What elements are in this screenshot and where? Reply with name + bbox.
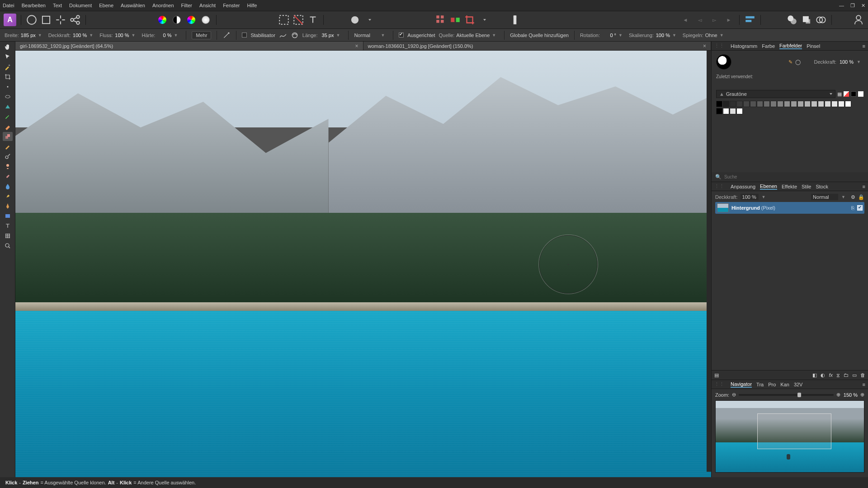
menu-hilfe[interactable]: Hilfe bbox=[247, 3, 257, 8]
lock-icon[interactable]: 🔒 bbox=[858, 194, 864, 200]
arrange-forward-icon[interactable]: ▻ bbox=[708, 14, 720, 26]
maximize-button[interactable]: ❐ bbox=[850, 3, 855, 9]
menu-anordnen[interactable]: Anordnen bbox=[152, 3, 174, 8]
menu-fenster[interactable]: Fenster bbox=[223, 3, 240, 8]
subtract-shape-icon[interactable] bbox=[801, 14, 812, 26]
menu-dokument[interactable]: Dokument bbox=[69, 3, 92, 8]
swatch-grid-icon[interactable]: ▦ bbox=[837, 91, 842, 97]
tab-stock[interactable]: Stock bbox=[816, 184, 828, 189]
tab-navigator[interactable]: Navigator bbox=[731, 381, 752, 388]
palette-selector[interactable]: ▲ Grautöne bbox=[716, 90, 835, 98]
erase-brush-tool[interactable] bbox=[3, 122, 13, 131]
add-swatch-icon[interactable] bbox=[844, 91, 849, 97]
assistant-icon[interactable] bbox=[509, 14, 521, 26]
split-icon[interactable] bbox=[449, 14, 461, 26]
document-tab-2[interactable]: woman-1836601_1920.jpg [Geändert] (150.0… bbox=[363, 42, 712, 50]
dodge-tool[interactable] bbox=[3, 152, 13, 161]
persona-export-icon[interactable] bbox=[69, 14, 81, 26]
tab-stile[interactable]: Stile bbox=[802, 184, 811, 189]
gear-icon[interactable]: ⚙ bbox=[851, 194, 855, 200]
more-button[interactable]: Mehr bbox=[192, 31, 211, 39]
zoom-tool[interactable] bbox=[3, 241, 13, 250]
mirror-value[interactable]: Ohne bbox=[705, 33, 717, 38]
navigator-thumbnail[interactable] bbox=[715, 400, 864, 473]
swatch-cell[interactable] bbox=[743, 101, 750, 107]
menu-text[interactable]: Text bbox=[53, 3, 62, 8]
document-tab-1[interactable]: girl-1869532_1920.jpg [Geändert] (64.5%)… bbox=[15, 42, 363, 50]
minimize-button[interactable]: — bbox=[839, 3, 844, 9]
move-tool[interactable] bbox=[3, 52, 13, 61]
add-shape-icon[interactable] bbox=[786, 14, 798, 26]
rope-mode-icon[interactable] bbox=[279, 31, 287, 39]
layer-opacity-value[interactable]: 100 % bbox=[741, 194, 759, 200]
intersect-shape-icon[interactable] bbox=[815, 14, 827, 26]
swatch-cell[interactable] bbox=[736, 101, 743, 107]
quick-mask-dd[interactable] bbox=[363, 14, 375, 26]
panel-menu-icon[interactable]: ≡ bbox=[863, 382, 865, 387]
color-picker-tool[interactable] bbox=[3, 62, 13, 71]
mask-layer-icon[interactable]: ◧ bbox=[812, 372, 817, 378]
swatch-cell[interactable] bbox=[723, 108, 729, 114]
swatch-opacity-value[interactable]: 100 % bbox=[839, 59, 854, 65]
tab-2-close-icon[interactable]: × bbox=[703, 43, 706, 49]
persona-liquify-icon[interactable] bbox=[40, 14, 52, 26]
text-tool[interactable] bbox=[3, 221, 13, 230]
lens-adjust-icon[interactable] bbox=[200, 14, 212, 26]
swatch-cell[interactable] bbox=[723, 101, 729, 107]
menu-filter[interactable]: Filter bbox=[181, 3, 192, 8]
canvas-viewport[interactable] bbox=[15, 51, 711, 477]
length-value[interactable]: 35 px bbox=[319, 33, 334, 38]
menu-ebene[interactable]: Ebene bbox=[99, 3, 113, 8]
healing-tool[interactable] bbox=[3, 172, 13, 181]
hardness-value[interactable]: 0 % bbox=[157, 33, 171, 38]
hsl-adjust-icon[interactable] bbox=[185, 14, 197, 26]
aligned-checkbox[interactable] bbox=[399, 33, 404, 38]
source-value[interactable]: Aktuelle Ebene bbox=[456, 33, 490, 38]
swatch-cell[interactable] bbox=[730, 108, 736, 114]
tab-effekte[interactable]: Effekte bbox=[782, 184, 797, 189]
paint-brush-tool[interactable] bbox=[3, 112, 13, 121]
swatch-cell[interactable] bbox=[757, 101, 763, 107]
clone-brush-tool[interactable] bbox=[3, 132, 13, 141]
zoom-value[interactable]: 150 % bbox=[843, 392, 858, 398]
selection-new-icon[interactable] bbox=[278, 14, 290, 26]
swatch-white-icon[interactable] bbox=[858, 91, 863, 97]
swatch-cell[interactable] bbox=[736, 108, 743, 114]
grid-icon[interactable] bbox=[435, 14, 447, 26]
add-layer-icon[interactable]: ▭ bbox=[852, 372, 857, 378]
tab-protokoll[interactable]: Pro bbox=[768, 382, 776, 387]
window-mode-icon[interactable] bbox=[291, 31, 299, 39]
quick-mask-icon[interactable] bbox=[349, 14, 361, 26]
swatch-cell[interactable] bbox=[811, 101, 817, 107]
persona-photo-icon[interactable] bbox=[26, 14, 38, 26]
menu-bearbeiten[interactable]: Bearbeiten bbox=[22, 3, 46, 8]
swatch-cell[interactable] bbox=[838, 101, 844, 107]
stabiliser-checkbox[interactable] bbox=[242, 33, 247, 38]
selection-brush-tool[interactable] bbox=[3, 82, 13, 91]
menu-auswaehlen[interactable]: Auswählen bbox=[121, 3, 145, 8]
panel-menu-icon[interactable]: ≡ bbox=[863, 184, 865, 189]
arrange-front-icon[interactable]: ► bbox=[723, 14, 735, 26]
account-icon[interactable] bbox=[853, 14, 864, 26]
tab-1-close-icon[interactable]: × bbox=[355, 43, 358, 49]
layers-empty-area[interactable] bbox=[712, 216, 868, 370]
smudge-tool[interactable] bbox=[3, 192, 13, 201]
swatch-cell[interactable] bbox=[797, 101, 804, 107]
navigator-viewport-rect[interactable] bbox=[757, 413, 831, 449]
force-pressure-icon[interactable] bbox=[222, 31, 231, 39]
tab-kanaele[interactable]: Kan bbox=[780, 382, 789, 387]
eyedropper-icon[interactable]: ✎ bbox=[788, 59, 793, 65]
swatch-cell[interactable] bbox=[831, 101, 838, 107]
scale-value[interactable]: 100 % bbox=[656, 33, 670, 38]
arrange-backward-icon[interactable]: ◅ bbox=[694, 14, 706, 26]
swatch-cell[interactable] bbox=[750, 101, 756, 107]
swatch-cell[interactable] bbox=[825, 101, 831, 107]
marquee-tool[interactable] bbox=[3, 92, 13, 101]
selection-add-icon[interactable] bbox=[292, 14, 304, 26]
tab-farbfelder[interactable]: Farbfelder bbox=[779, 43, 802, 49]
swatch-cell[interactable] bbox=[777, 101, 783, 107]
persona-develop-icon[interactable] bbox=[55, 14, 66, 26]
hand-tool[interactable] bbox=[3, 42, 13, 52]
delete-layer-icon[interactable]: 🗑 bbox=[860, 372, 865, 378]
inpainting-tool[interactable] bbox=[3, 142, 13, 151]
